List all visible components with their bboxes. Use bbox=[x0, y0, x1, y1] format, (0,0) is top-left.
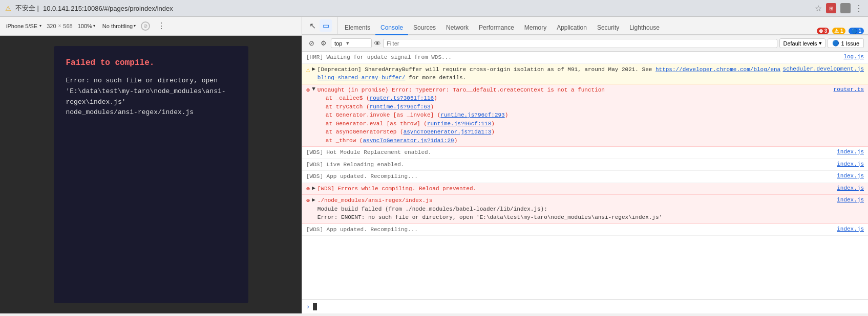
message-source-link[interactable]: index.js bbox=[837, 197, 864, 203]
tab-security[interactable]: Security bbox=[592, 21, 624, 35]
expand-wds-error-icon[interactable] bbox=[312, 185, 315, 191]
console-message-wds-live: [WDS] Live Reloading enabled. index.js bbox=[302, 159, 868, 171]
message-source-link[interactable]: router.ts bbox=[834, 86, 864, 93]
console-prompt-icon: › bbox=[306, 303, 310, 310]
device-mode-icon[interactable]: ▭ bbox=[320, 19, 332, 32]
tab-elements[interactable]: Elements bbox=[340, 21, 375, 35]
log-level-chevron-icon: ▾ bbox=[819, 40, 822, 47]
stack-link-1[interactable]: router.ts?3051f:116 bbox=[370, 95, 434, 101]
extension-icon-1[interactable]: ⊞ bbox=[826, 3, 836, 13]
device-selector[interactable]: iPhone 5/SE ▾ bbox=[4, 22, 44, 30]
message-source-link[interactable]: index.js bbox=[837, 226, 864, 232]
width-value[interactable]: 320 bbox=[47, 23, 56, 29]
toolbar-more-icon[interactable]: ⋮ bbox=[155, 20, 167, 32]
tab-sources[interactable]: Sources bbox=[408, 21, 441, 35]
browser-top-right: ☆ ⊞ ⋮ bbox=[815, 3, 863, 13]
console-input-area: › bbox=[302, 299, 868, 313]
issues-panel-button[interactable]: 🔵 1 Issue bbox=[828, 38, 864, 48]
clear-console-icon[interactable]: ⊘ bbox=[306, 38, 316, 49]
stack-link-6[interactable]: asyncToGenerator.js?1da1:29 bbox=[363, 138, 454, 144]
devtools-panel-icons: ↖ ▭ bbox=[306, 17, 337, 34]
context-selector[interactable]: top ▾ bbox=[331, 38, 372, 48]
issue-badge-icon: 🔵 bbox=[832, 40, 839, 47]
browser-address-bar: ⚠ 不安全 | 10.0.141.215:10086/#/pages/proin… bbox=[0, 0, 868, 17]
stack-line-1: at _callee$ (router.ts?3051f:116) bbox=[317, 94, 832, 103]
message-source-link[interactable]: index.js bbox=[837, 149, 864, 155]
message-text: [HMR] Waiting for update signal from WDS… bbox=[306, 53, 841, 62]
log-level-label: Default levels bbox=[783, 40, 817, 47]
log-level-selector[interactable]: Default levels ▾ bbox=[779, 38, 825, 48]
tab-lighthouse[interactable]: Lighthouse bbox=[624, 21, 665, 35]
message-source-link[interactable]: index.js bbox=[837, 173, 864, 179]
menu-icon[interactable]: ⋮ bbox=[855, 4, 863, 13]
console-filter-input[interactable] bbox=[383, 39, 777, 48]
error-title: Failed to compile. bbox=[66, 58, 236, 67]
error-icon: ⊗ bbox=[306, 185, 310, 193]
message-text: [WDS] App updated. Recompiling... bbox=[306, 172, 835, 181]
console-badges: ⊗ 3 ⚠ 1 🔵 1 bbox=[817, 28, 864, 34]
console-settings-icon[interactable]: ⚙ bbox=[319, 38, 329, 49]
message-text: [WDS] Live Reloading enabled. bbox=[306, 161, 835, 169]
stack-link-5[interactable]: asyncToGenerator.js?1da1:3 bbox=[404, 129, 492, 135]
height-value[interactable]: 568 bbox=[63, 23, 72, 29]
console-message-wds-recompile-1: [WDS] App updated. Recompiling... index.… bbox=[302, 171, 868, 183]
tab-performance[interactable]: Performance bbox=[474, 21, 519, 35]
zoom-value: 100% bbox=[78, 23, 92, 29]
url-text[interactable]: 10.0.141.215:10086/#/pages/proindex/inde… bbox=[43, 5, 173, 12]
message-source-link[interactable]: index.js bbox=[837, 161, 864, 167]
message-text: [WDS] Hot Module Replacement enabled. bbox=[306, 148, 835, 157]
message-text: [Deprecation] SharedArrayBuffer will req… bbox=[317, 65, 781, 82]
device-name: iPhone 5/SE bbox=[6, 23, 37, 29]
issue-badge-label: 1 Issue bbox=[841, 40, 859, 47]
hide-network-icon[interactable]: 👁 bbox=[374, 39, 381, 48]
tab-memory[interactable]: Memory bbox=[519, 21, 552, 35]
zoom-selector[interactable]: 100% ▾ bbox=[76, 22, 97, 30]
extension-icon-2[interactable] bbox=[840, 3, 851, 13]
message-source-link[interactable]: log.js bbox=[843, 54, 864, 60]
deprecation-link[interactable]: https://developer.chrome.com/blog/enabli… bbox=[317, 66, 780, 81]
bookmark-icon[interactable]: ☆ bbox=[815, 4, 822, 13]
inspect-icon[interactable]: ↖ bbox=[306, 19, 319, 32]
console-message-wds-errors: ⊗ [WDS] Errors while compiling. Reload p… bbox=[302, 183, 868, 195]
stack-link-3[interactable]: runtime.js?96cf:293 bbox=[440, 112, 504, 118]
console-messages-area: [HMR] Waiting for update signal from WDS… bbox=[302, 52, 868, 299]
compile-error-box: Failed to compile. Error: no such file o… bbox=[54, 46, 248, 303]
warn-count-badge: ⚠ 1 bbox=[832, 28, 845, 34]
stack-line-5: at asyncGeneratorStep (asyncToGenerator.… bbox=[317, 128, 832, 137]
error-detail-2: Error: ENOENT: no such file or directory… bbox=[317, 214, 662, 220]
context-value: top bbox=[334, 40, 342, 47]
error-count-badge: ⊗ 3 bbox=[817, 28, 829, 34]
expand-ansi-error-icon[interactable] bbox=[312, 196, 315, 203]
dimension-x-separator: × bbox=[58, 23, 61, 29]
page-content-area: Failed to compile. Error: no such file o… bbox=[0, 36, 302, 313]
tab-console[interactable]: Console bbox=[375, 21, 408, 35]
tab-application[interactable]: Application bbox=[552, 21, 592, 35]
zoom-chevron-icon: ▾ bbox=[93, 24, 95, 28]
devtools-right-panel: ↖ ▭ Elements Console Sources Network Per… bbox=[302, 17, 868, 313]
console-message-wds-hmr: [WDS] Hot Module Replacement enabled. in… bbox=[302, 147, 868, 159]
console-message-wds-recompile-2: [WDS] App updated. Recompiling... index.… bbox=[302, 224, 868, 236]
stack-line-2: at tryCatch (runtime.js?96cf:63) bbox=[317, 103, 832, 111]
message-source-link[interactable]: scheduler.development.js bbox=[783, 66, 864, 72]
expand-error-icon[interactable] bbox=[312, 86, 315, 92]
error-body: Error: no such file or directory, open '… bbox=[66, 76, 236, 118]
console-message-deprecation: ⚠ [Deprecation] SharedArrayBuffer will r… bbox=[302, 64, 868, 84]
expand-warn-icon[interactable] bbox=[312, 65, 315, 72]
throttle-chevron-icon: ▾ bbox=[134, 24, 136, 28]
stack-line-3: at Generator.invoke [as _invoke] (runtim… bbox=[317, 111, 832, 120]
console-message-uncaught-error: ⊗ Uncaught (in promise) Error: TypeError… bbox=[302, 84, 868, 147]
no-signal-icon[interactable]: ⊘ bbox=[141, 21, 150, 31]
context-dropdown-icon: ▾ bbox=[346, 40, 349, 47]
stack-link-2[interactable]: runtime.js?96cf:63 bbox=[370, 104, 431, 110]
message-source-link[interactable]: index.js bbox=[837, 185, 864, 191]
message-text: ./node_modules/ansi-regex/index.js Modul… bbox=[317, 196, 835, 222]
throttle-label: No throttling bbox=[102, 23, 133, 29]
stack-link-4[interactable]: runtime.js?96cf:118 bbox=[427, 121, 491, 127]
url-display: 不安全 | bbox=[15, 4, 39, 13]
message-text: [WDS] App updated. Recompiling... bbox=[306, 225, 835, 234]
responsive-toolbar: iPhone 5/SE ▾ 320 × 568 100% ▾ No thrott… bbox=[0, 17, 302, 35]
devtools-container: iPhone 5/SE ▾ 320 × 568 100% ▾ No thrott… bbox=[0, 17, 868, 313]
console-message-hmr: [HMR] Waiting for update signal from WDS… bbox=[302, 52, 868, 64]
throttle-selector[interactable]: No throttling ▾ bbox=[100, 22, 138, 30]
tab-network[interactable]: Network bbox=[441, 21, 474, 35]
